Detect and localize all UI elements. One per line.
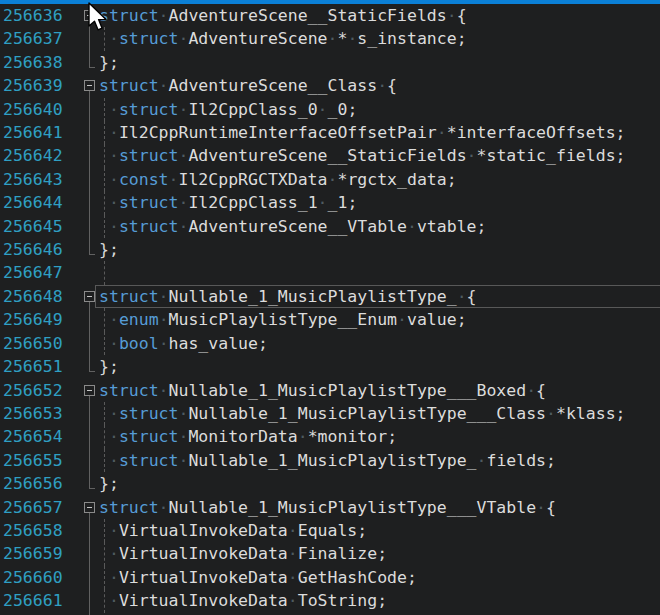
code-line[interactable]: 256659 ·VirtualInvokeData·Finalize; xyxy=(0,542,660,565)
line-number[interactable]: 256646 xyxy=(3,238,63,261)
code-text[interactable]: ·VirtualInvokeData·Finalize; xyxy=(99,542,387,565)
line-number[interactable]: 256642 xyxy=(3,144,63,167)
code-line[interactable]: 256648struct·Nullable_1_MusicPlaylistTyp… xyxy=(0,285,660,308)
code-text[interactable]: ·struct·Il2CppClass_1·_1; xyxy=(99,191,357,214)
line-number[interactable]: 256654 xyxy=(3,425,63,448)
line-number[interactable]: 256658 xyxy=(3,519,63,542)
line-number[interactable]: 256657 xyxy=(3,496,63,519)
code-line[interactable]: 256652struct·Nullable_1_MusicPlaylistTyp… xyxy=(0,379,660,402)
code-line[interactable]: 256647 xyxy=(0,261,660,284)
code-token: ; xyxy=(546,451,556,470)
code-token: ; xyxy=(347,193,357,212)
line-number[interactable]: 256644 xyxy=(3,191,63,214)
line-number[interactable]: 256647 xyxy=(3,261,63,284)
fold-collapse-icon[interactable] xyxy=(84,502,95,513)
fold-collapse-icon[interactable] xyxy=(84,291,95,302)
line-number[interactable]: 256656 xyxy=(3,472,63,495)
whitespace-dot: · xyxy=(526,381,536,400)
line-number[interactable]: 256660 xyxy=(3,566,63,589)
code-token: struct xyxy=(99,498,159,517)
line-number[interactable]: 256638 xyxy=(3,51,63,74)
code-text[interactable]: }; xyxy=(99,51,119,74)
line-number[interactable]: 256643 xyxy=(3,168,63,191)
code-line[interactable]: 256657struct·Nullable_1_MusicPlaylistTyp… xyxy=(0,496,660,519)
code-text[interactable]: }; xyxy=(99,355,119,378)
code-token: }; xyxy=(99,474,119,493)
code-text[interactable]: }; xyxy=(99,472,119,495)
line-number[interactable]: 256641 xyxy=(3,121,63,144)
code-text[interactable]: struct·Nullable_1_MusicPlaylistType___VT… xyxy=(99,496,556,519)
line-number[interactable]: 256652 xyxy=(3,379,63,402)
code-text[interactable]: ·struct·Nullable_1_MusicPlaylistType___C… xyxy=(99,402,626,425)
code-line[interactable]: 256639struct·AdventureScene__Class·{ xyxy=(0,74,660,97)
code-token: struct xyxy=(119,217,179,236)
code-token: rgctx_data xyxy=(347,170,446,189)
code-line[interactable]: 256644 ·struct·Il2CppClass_1·_1; xyxy=(0,191,660,214)
line-number[interactable]: 256653 xyxy=(3,402,63,425)
code-text[interactable]: ·enum·MusicPlaylistType__Enum·value; xyxy=(99,308,467,331)
line-number[interactable]: 256639 xyxy=(3,74,63,97)
fold-scope-line xyxy=(89,449,90,472)
code-text[interactable]: }; xyxy=(99,238,119,261)
code-line[interactable]: 256645 ·struct·AdventureScene__VTable·vt… xyxy=(0,215,660,238)
code-text[interactable]: ·VirtualInvokeData·ToString; xyxy=(99,589,387,612)
fold-scope-line xyxy=(89,51,90,68)
code-text[interactable]: ·VirtualInvokeData·Equals; xyxy=(99,519,367,542)
whitespace-dot: · xyxy=(288,544,298,563)
fold-collapse-icon[interactable] xyxy=(84,385,95,396)
code-line[interactable]: 256651}; xyxy=(0,355,660,378)
line-number[interactable]: 256650 xyxy=(3,332,63,355)
code-text[interactable]: ·struct·AdventureScene·*·s_instance; xyxy=(99,27,467,50)
line-number[interactable]: 256651 xyxy=(3,355,63,378)
code-line[interactable]: 256658 ·VirtualInvokeData·Equals; xyxy=(0,519,660,542)
line-number[interactable]: 256649 xyxy=(3,308,63,331)
code-text[interactable]: ·const·Il2CppRGCTXData·*rgctx_data; xyxy=(99,168,457,191)
code-text[interactable]: ·struct·MonitorData·*monitor; xyxy=(99,425,397,448)
code-text[interactable]: ·Il2CppRuntimeInterfaceOffsetPair·*inter… xyxy=(99,121,626,144)
code-token: GetHashCode xyxy=(298,568,407,587)
code-line[interactable]: 256661 ·VirtualInvokeData·ToString; xyxy=(0,589,660,612)
code-text[interactable]: ·bool·has_value; xyxy=(99,332,268,355)
line-number[interactable]: 256655 xyxy=(3,449,63,472)
fold-scope-line xyxy=(89,332,90,355)
line-number[interactable]: 256645 xyxy=(3,215,63,238)
code-text[interactable]: ·struct·Nullable_1_MusicPlaylistType_·fi… xyxy=(99,449,556,472)
whitespace-dot: · xyxy=(347,29,357,48)
code-line[interactable]: 256654 ·struct·MonitorData·*monitor; xyxy=(0,425,660,448)
code-text[interactable]: ·struct·AdventureScene__VTable·vtable; xyxy=(99,215,486,238)
code-token: struct xyxy=(99,76,159,95)
code-line[interactable]: 256649 ·enum·MusicPlaylistType__Enum·val… xyxy=(0,308,660,331)
line-number[interactable]: 256648 xyxy=(3,285,63,308)
line-number[interactable]: 256640 xyxy=(3,98,63,121)
code-token: struct xyxy=(119,100,179,119)
code-line[interactable]: 256650 ·bool·has_value; xyxy=(0,332,660,355)
code-line[interactable]: 256660 ·VirtualInvokeData·GetHashCode; xyxy=(0,566,660,589)
whitespace-dot: · xyxy=(99,404,119,423)
code-line[interactable]: 256653 ·struct·Nullable_1_MusicPlaylistT… xyxy=(0,402,660,425)
code-text[interactable]: struct·Nullable_1_MusicPlaylistType___Bo… xyxy=(99,379,546,402)
code-line[interactable]: 256638}; xyxy=(0,51,660,74)
line-number[interactable]: 256636 xyxy=(3,4,63,27)
line-number[interactable]: 256661 xyxy=(3,589,63,612)
code-token: { xyxy=(467,287,477,306)
line-number[interactable]: 256659 xyxy=(3,542,63,565)
indent-guide xyxy=(104,261,105,284)
code-text[interactable]: struct·AdventureScene__Class·{ xyxy=(99,74,397,97)
fold-collapse-icon[interactable] xyxy=(84,80,95,91)
code-token: AdventureScene xyxy=(188,29,327,48)
code-editor[interactable]: 256636struct·AdventureScene__StaticField… xyxy=(0,0,660,615)
line-number[interactable]: 256637 xyxy=(3,27,63,50)
code-line[interactable]: 256656}; xyxy=(0,472,660,495)
code-line[interactable]: 256640 ·struct·Il2CppClass_0·_0; xyxy=(0,98,660,121)
code-text[interactable]: ·struct·Il2CppClass_0·_0; xyxy=(99,98,357,121)
code-line[interactable]: 256643 ·const·Il2CppRGCTXData·*rgctx_dat… xyxy=(0,168,660,191)
code-text[interactable]: struct·Nullable_1_MusicPlaylistType_·{ xyxy=(99,285,477,308)
code-line[interactable]: 256655 ·struct·Nullable_1_MusicPlaylistT… xyxy=(0,449,660,472)
code-line[interactable]: 256646}; xyxy=(0,238,660,261)
code-text[interactable]: ·VirtualInvokeData·GetHashCode; xyxy=(99,566,417,589)
code-line[interactable]: 256642 ·struct·AdventureScene__StaticFie… xyxy=(0,144,660,167)
editor-lines[interactable]: 256636struct·AdventureScene__StaticField… xyxy=(0,4,660,615)
code-text[interactable]: struct·AdventureScene__StaticFields·{ xyxy=(99,4,467,27)
code-text[interactable]: ·struct·AdventureScene__StaticFields·*st… xyxy=(99,144,626,167)
code-line[interactable]: 256641 ·Il2CppRuntimeInterfaceOffsetPair… xyxy=(0,121,660,144)
